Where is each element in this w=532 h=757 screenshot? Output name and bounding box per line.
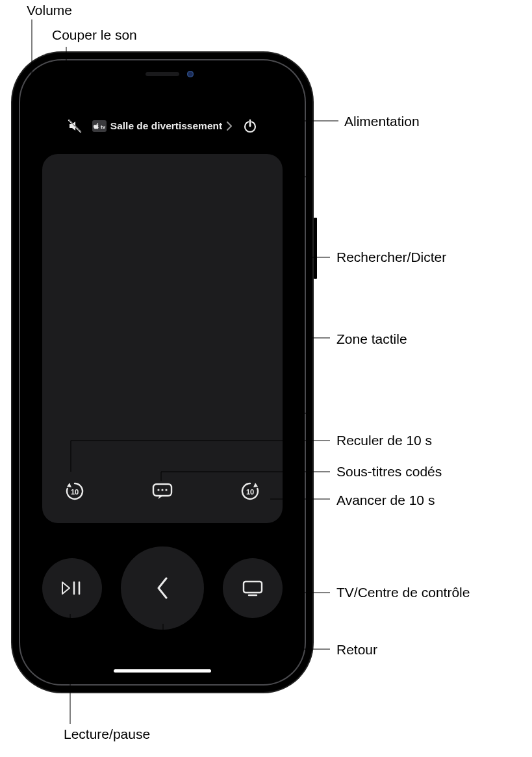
play-pause-button[interactable] [42,558,102,618]
svg-text:10: 10 [71,488,79,496]
touch-panel: 10 10 [42,154,283,523]
touch-surface[interactable] [42,154,283,463]
callout-back: Retour [336,642,377,658]
callout-mute: Couper le son [52,27,137,43]
bottom-button-row [42,546,283,630]
speaker-mute-icon [67,118,82,134]
phone-notch [104,64,221,84]
svg-rect-15 [244,582,262,593]
chevron-right-icon [226,122,233,131]
back-button[interactable] [121,546,204,630]
skip-forward-10-button[interactable]: 10 [234,476,266,507]
callout-search: Rechercher/Dicter [336,250,446,265]
svg-point-10 [161,489,163,491]
skip-back-10-button[interactable]: 10 [59,476,90,507]
tv-icon [242,580,264,597]
power-icon [242,118,258,134]
chevron-left-icon [155,576,170,600]
callout-back-10: Reculer de 10 s [336,433,432,448]
appletv-badge-icon: tv [92,120,107,132]
callout-play-pause: Lecture/pause [64,726,150,742]
power-button[interactable] [240,116,260,136]
play-pause-icon [61,580,83,596]
phone-frame: tv Salle de divertissement [20,60,305,684]
phone-speaker [146,72,179,76]
svg-point-9 [157,489,159,491]
callout-tv-cc: TV/Centre de contrôle [336,585,470,600]
phone-side-ringer [11,153,14,171]
remote-top-bar: tv Salle de divertissement [24,116,301,136]
callout-volume: Volume [27,3,72,18]
mute-button[interactable] [65,116,84,136]
captions-icon [151,481,174,501]
phone-front-camera [187,71,194,77]
captions-button[interactable] [147,476,178,507]
svg-text:10: 10 [246,488,254,496]
svg-point-11 [165,489,167,491]
callout-captions: Sous-titres codés [336,464,442,480]
device-selector[interactable]: tv Salle de divertissement [92,120,233,132]
appletv-badge-text: tv [101,124,105,130]
skip-back-10-icon: 10 [63,480,86,503]
callout-forward-10: Avancer de 10 s [336,493,435,508]
touch-panel-row: 10 10 [42,463,283,523]
phone-screen: tv Salle de divertissement [24,64,301,680]
callout-touch-area: Zone tactile [336,331,407,347]
phone-side-volume-up [11,205,14,244]
phone-side-volume-down [11,253,14,292]
callout-power: Alimentation [344,114,420,129]
home-indicator [114,669,211,673]
tv-control-center-button[interactable] [223,558,283,618]
device-room-label: Salle de divertissement [110,120,222,132]
skip-forward-10-icon: 10 [238,480,262,503]
phone-side-power [314,218,317,279]
